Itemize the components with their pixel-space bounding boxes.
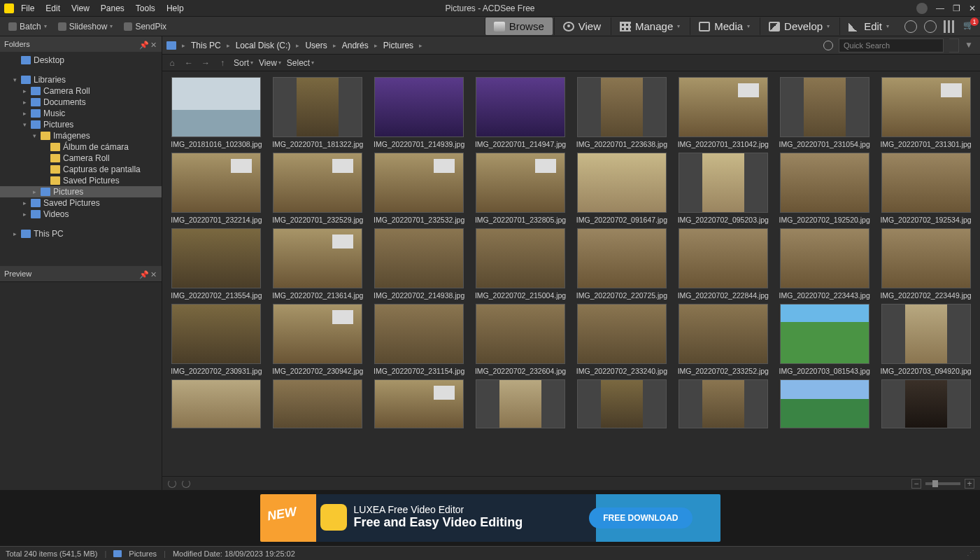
thumbnail-item[interactable]: IMG_20220703_094920.jpg [877,304,974,375]
drive-icon[interactable] [166,41,176,50]
tree-savedpics2[interactable]: ▸Saved Pictures [0,197,162,209]
resize-grip-icon[interactable]: ⋰ [967,549,974,558]
thumbnail-item[interactable]: IMG_20220702_223449.jpg [877,228,974,300]
thumbnail-item[interactable]: IMG_20220702_232604.jpg [472,304,569,375]
tree-thispc[interactable]: ▸This PC [0,228,162,239]
thumbnail-item[interactable] [574,379,671,428]
thumbnail-item[interactable] [472,379,569,428]
ad-content[interactable]: NEW LUXEA Free Video Editor Free and Eas… [260,494,720,542]
up-icon[interactable]: ↑ [217,57,228,69]
close-panel-icon[interactable]: ✕ [150,270,157,277]
thumbnail-item[interactable]: IMG_20220702_222844.jpg [674,228,772,300]
thumbnail-item[interactable]: IMG_20220701_231301.jpg [877,77,974,148]
sendpix-tool[interactable]: SendPix [120,20,171,33]
thumbnail-item[interactable]: IMG_20220702_231154.jpg [371,304,468,375]
zoom-in-button[interactable]: + [965,479,974,489]
thumbnail-item[interactable]: IMG_20220701_231054.jpg [776,77,873,148]
pin-icon[interactable]: 📌 [139,270,146,277]
thumbnail-item[interactable] [371,379,468,428]
thumbnail-item[interactable]: IMG_20220702_223443.jpg [776,228,873,300]
mode-browse[interactable]: Browse [485,18,553,35]
tree-imagenes[interactable]: ▾Imágenes [0,130,162,141]
back-icon[interactable]: ← [183,57,194,69]
tree-videos[interactable]: ▸Videos [0,209,162,220]
tree-music[interactable]: ▸Music [0,108,162,119]
thumbnail-item[interactable]: IMG_20220702_213614.jpg [269,228,367,300]
view-dropdown[interactable]: View▾ [259,58,281,68]
thumbnail-area[interactable]: IMG_20181016_102308.jpgIMG_20220701_1813… [162,71,980,476]
menu-panes[interactable]: Panes [101,4,125,13]
mode-view[interactable]: View [554,18,609,35]
thumbnail-item[interactable]: IMG_20220701_232529.jpg [269,153,367,224]
thumbnail-item[interactable]: IMG_20220701_231042.jpg [674,77,772,148]
menu-tools[interactable]: Tools [136,4,155,13]
close-button[interactable]: ✕ [969,4,976,13]
thumbnail-item[interactable]: IMG_20220702_215004.jpg [472,228,569,300]
thumbnail-item[interactable]: IMG_20220701_214947.jpg [472,77,569,148]
menu-view[interactable]: View [71,4,90,13]
reload-icon[interactable] [168,479,176,488]
tree-album[interactable]: Álbum de cámara [0,141,162,153]
zoom-out-button[interactable]: − [911,479,921,489]
stats-icon[interactable] [944,20,956,33]
thumbnail-item[interactable]: IMG_20220702_220725.jpg [574,228,671,300]
thumbnail-item[interactable]: IMG_20220701_232532.jpg [371,153,468,224]
thumbnail-item[interactable]: IMG_20220701_223638.jpg [574,77,671,148]
pin-icon[interactable]: 📌 [139,41,146,48]
thumbnail-item[interactable] [269,379,367,428]
user-avatar-icon[interactable] [916,3,928,14]
thumbnail-item[interactable] [877,379,974,428]
refresh-icon[interactable] [823,41,833,50]
tree-desktop[interactable]: Desktop [0,55,162,66]
tree-cameraroll2[interactable]: Camera Roll [0,153,162,164]
tree-savedpics[interactable]: Saved Pictures [0,175,162,186]
crumb-thispc[interactable]: This PC [191,41,221,50]
thumbnail-item[interactable]: IMG_20220702_233240.jpg [574,304,671,375]
crumb-pictures[interactable]: Pictures [383,41,413,50]
slideshow-tool[interactable]: Slideshow▾ [54,20,118,33]
thumbnail-item[interactable]: IMG_20220701_232805.jpg [472,153,569,224]
thumbnail-item[interactable]: IMG_20220702_233252.jpg [674,304,772,375]
home-icon[interactable]: ⌂ [166,57,178,69]
tree-documents[interactable]: ▸Documents [0,97,162,108]
mode-manage[interactable]: Manage▾ [611,18,688,35]
thumbnail-item[interactable] [674,379,772,428]
close-panel-icon[interactable]: ✕ [150,41,157,48]
thumbnail-item[interactable]: IMG_20220702_192534.jpg [877,153,974,224]
mode-media[interactable]: Media▾ [690,18,758,35]
thumbnail-item[interactable]: IMG_20220702_213554.jpg [168,228,265,300]
thumbnail-item[interactable]: IMG_20220702_230931.jpg [168,304,265,375]
sync-icon[interactable] [904,20,917,33]
sort-dropdown[interactable]: Sort▾ [234,58,253,68]
crumb-users[interactable]: Users [305,41,327,50]
maximize-button[interactable]: ❐ [953,4,960,13]
thumbnail-item[interactable]: IMG_20220702_214938.jpg [371,228,468,300]
free-download-button[interactable]: FREE DOWNLOAD [589,507,692,528]
thumbnail-item[interactable]: IMG_20220703_081543.jpg [776,304,873,375]
tree-capturas[interactable]: Capturas de pantalla [0,164,162,175]
filter-icon[interactable]: ▼ [965,40,976,51]
select-dropdown[interactable]: Select▾ [287,58,314,68]
menu-file[interactable]: File [21,4,34,13]
thumbnail-item[interactable] [776,379,873,428]
thumbnail-item[interactable] [168,379,265,428]
forward-icon[interactable]: → [200,57,211,69]
zoom-slider[interactable] [925,482,960,485]
thumbnail-item[interactable]: IMG_20220701_181322.jpg [269,77,367,148]
search-dropdown[interactable] [949,38,959,52]
thumbnail-item[interactable]: IMG_20181016_102308.jpg [168,77,265,148]
batch-tool[interactable]: Batch▾ [4,20,51,33]
reload-icon-2[interactable] [182,479,190,488]
mode-edit[interactable]: Edit▾ [839,18,897,35]
menu-edit[interactable]: Edit [45,4,60,13]
search-input[interactable] [839,38,944,52]
crumb-user[interactable]: Andrés [342,41,369,50]
thumbnail-item[interactable]: IMG_20220701_232214.jpg [168,153,265,224]
mode-develop[interactable]: Develop▾ [760,18,838,35]
thumbnail-item[interactable]: IMG_20220702_095203.jpg [674,153,772,224]
thumbnail-item[interactable]: IMG_20220701_214939.jpg [371,77,468,148]
thumbnail-item[interactable]: IMG_20220702_091647.jpg [574,153,671,224]
thumbnail-item[interactable]: IMG_20220702_230942.jpg [269,304,367,375]
menu-help[interactable]: Help [166,4,184,13]
thumbnail-item[interactable]: IMG_20220702_192520.jpg [776,153,873,224]
